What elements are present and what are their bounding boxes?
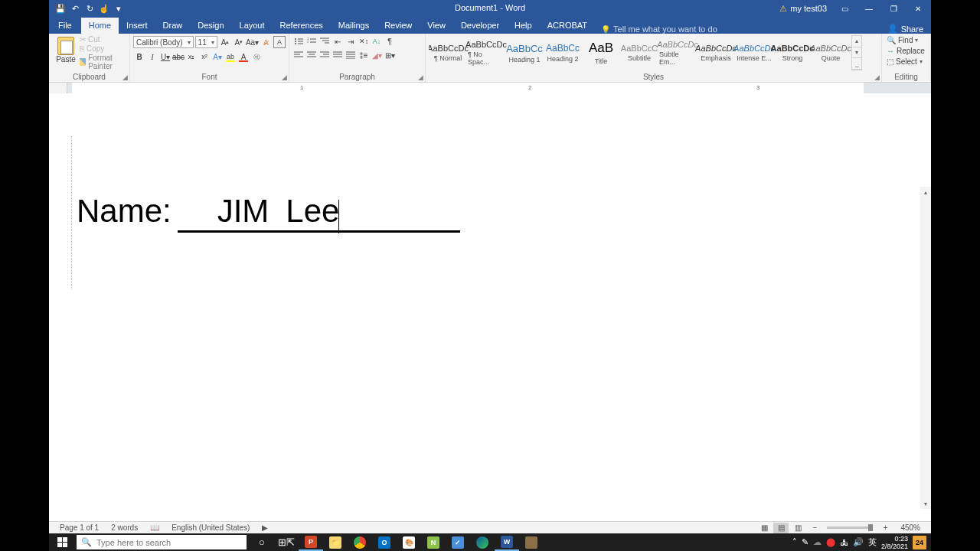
- horizontal-ruler[interactable]: 1 2 3: [49, 83, 931, 93]
- start-button[interactable]: [49, 533, 75, 551]
- underline-button[interactable]: U▾: [159, 51, 172, 63]
- bullets-button[interactable]: [292, 35, 305, 47]
- taskbar-todo[interactable]: ✓: [446, 533, 470, 551]
- taskbar-paint[interactable]: 🎨: [397, 533, 421, 551]
- font-name-combo[interactable]: Calibri (Body)▾: [133, 36, 194, 48]
- tab-design[interactable]: Design: [190, 18, 231, 34]
- cut-button[interactable]: ✂Cut: [80, 35, 129, 44]
- style--normal[interactable]: AaBbCcDc¶ Normal: [429, 35, 467, 70]
- save-button[interactable]: 💾: [54, 2, 67, 15]
- taskbar-clock[interactable]: 0:23 2/8/2021: [881, 535, 908, 550]
- taskbar-word[interactable]: W: [495, 533, 519, 551]
- tab-mailings[interactable]: Mailings: [331, 18, 377, 34]
- word-count-status[interactable]: 2 words: [105, 523, 144, 532]
- minimize-button[interactable]: —: [858, 0, 880, 17]
- taskbar-powerpoint[interactable]: P: [299, 533, 323, 551]
- close-button[interactable]: ✕: [906, 0, 929, 17]
- tray-network[interactable]: 🖧: [840, 538, 848, 547]
- sort-button[interactable]: A↓: [371, 35, 383, 47]
- macro-status[interactable]: ▶: [256, 523, 274, 532]
- account-button[interactable]: ⚠ my test03: [775, 4, 831, 14]
- shrink-font-button[interactable]: A▾: [233, 36, 245, 48]
- font-size-combo[interactable]: 11▾: [195, 36, 218, 48]
- scroll-up-button[interactable]: ▴: [920, 187, 931, 197]
- touch-mode-button[interactable]: ☝: [97, 2, 111, 15]
- tab-references[interactable]: References: [273, 18, 331, 34]
- borders-button[interactable]: ⊞▾: [384, 49, 396, 61]
- tray-onedrive[interactable]: ☁: [813, 537, 822, 547]
- align-left-button[interactable]: [292, 49, 305, 61]
- print-layout-button[interactable]: ▤: [773, 523, 789, 533]
- zoom-out-button[interactable]: −: [807, 523, 822, 533]
- show-hide-button[interactable]: ¶: [384, 35, 396, 47]
- paragraph-dialog-launcher[interactable]: ◢: [418, 73, 423, 81]
- change-case-button[interactable]: Aa▾: [247, 36, 259, 48]
- tab-layout[interactable]: Layout: [232, 18, 273, 34]
- find-button[interactable]: 🔍Find▾: [885, 35, 927, 45]
- italic-button[interactable]: I: [146, 51, 158, 63]
- tell-me-search[interactable]: 💡 Tell me what you want to do: [595, 24, 724, 34]
- taskbar-explorer[interactable]: 📁: [323, 533, 348, 551]
- numbering-button[interactable]: 12: [305, 35, 318, 47]
- language-status[interactable]: English (United States): [165, 523, 256, 532]
- taskbar-edge[interactable]: [470, 533, 495, 551]
- replace-button[interactable]: ↔Replace: [885, 46, 927, 56]
- spell-check-status[interactable]: 📖: [144, 523, 165, 532]
- bold-button[interactable]: B: [133, 51, 145, 63]
- task-view-button[interactable]: ⊞⇱: [274, 533, 299, 551]
- format-painter-button[interactable]: Format Painter: [80, 54, 129, 70]
- style-title[interactable]: AaBTitle: [582, 35, 620, 70]
- zoom-level[interactable]: 450%: [894, 523, 926, 532]
- tray-security[interactable]: ⬤: [826, 537, 835, 547]
- tab-draw[interactable]: Draw: [155, 18, 191, 34]
- clear-formatting-button[interactable]: A̷: [260, 36, 273, 48]
- zoom-slider[interactable]: [827, 527, 873, 529]
- enclose-characters-button[interactable]: ㊓: [250, 51, 263, 63]
- multilevel-list-button[interactable]: [318, 35, 331, 47]
- tab-acrobat[interactable]: ACROBAT: [540, 18, 595, 34]
- tray-ime[interactable]: 英: [868, 536, 877, 548]
- distributed-button[interactable]: [345, 49, 357, 61]
- document-page[interactable]: Name: JIMLee: [67, 93, 920, 521]
- strikethrough-button[interactable]: abc: [172, 51, 185, 63]
- highlight-button[interactable]: ab: [224, 51, 237, 63]
- copy-button[interactable]: ⎘Copy: [80, 44, 129, 53]
- undo-button[interactable]: ↶: [68, 2, 82, 15]
- line-spacing-button[interactable]: ‡≡: [358, 49, 370, 61]
- taskbar-search[interactable]: 🔍Type here to search: [77, 535, 247, 549]
- style--no-spac-[interactable]: AaBbCcDc¶ No Spac...: [467, 35, 505, 70]
- ribbon-display-options[interactable]: ▭: [833, 0, 856, 17]
- cortana-button[interactable]: ○: [250, 533, 274, 551]
- justify-button[interactable]: [332, 49, 344, 61]
- align-right-button[interactable]: [318, 49, 331, 61]
- taskbar-app[interactable]: [519, 533, 544, 551]
- styles-dialog-launcher[interactable]: ◢: [874, 73, 880, 81]
- share-button[interactable]: 👤 Share: [880, 24, 931, 34]
- maximize-button[interactable]: ❐: [882, 0, 905, 17]
- tray-pen[interactable]: ✎: [802, 537, 808, 547]
- increase-indent-button[interactable]: ⇥: [345, 35, 357, 47]
- style-emphasis[interactable]: AaBbCcDcEmphasis: [697, 35, 735, 70]
- read-mode-button[interactable]: ▦: [756, 523, 772, 533]
- tab-file[interactable]: File: [49, 18, 81, 34]
- qat-customize[interactable]: ▾: [112, 2, 126, 15]
- shading-button[interactable]: ◢▾: [371, 49, 383, 61]
- redo-button[interactable]: ↻: [83, 2, 96, 15]
- zoom-in-button[interactable]: +: [877, 523, 893, 533]
- font-dialog-launcher[interactable]: ◢: [282, 73, 287, 81]
- page-number-status[interactable]: Page 1 of 1: [54, 523, 105, 532]
- paste-button[interactable]: Paste: [52, 35, 80, 64]
- superscript-button[interactable]: x²: [198, 51, 211, 63]
- style-heading-1[interactable]: AaBbCcHeading 1: [505, 35, 544, 70]
- style-strong[interactable]: AaBbCcDcStrong: [773, 35, 812, 70]
- tab-help[interactable]: Help: [507, 18, 540, 34]
- scroll-down-button[interactable]: ▾: [920, 498, 931, 509]
- style-quote[interactable]: AaBbCcDcQuote: [812, 35, 850, 70]
- grow-font-button[interactable]: A▴: [219, 36, 231, 48]
- style-heading-2[interactable]: AaBbCcHeading 2: [544, 35, 582, 70]
- clipboard-dialog-launcher[interactable]: ◢: [122, 73, 128, 81]
- subscript-button[interactable]: x₂: [185, 51, 198, 63]
- styles-more-button[interactable]: ▴▾⎯: [851, 35, 862, 70]
- taskbar-notepadpp[interactable]: N: [421, 533, 446, 551]
- text-effects-button[interactable]: A▾: [211, 51, 224, 63]
